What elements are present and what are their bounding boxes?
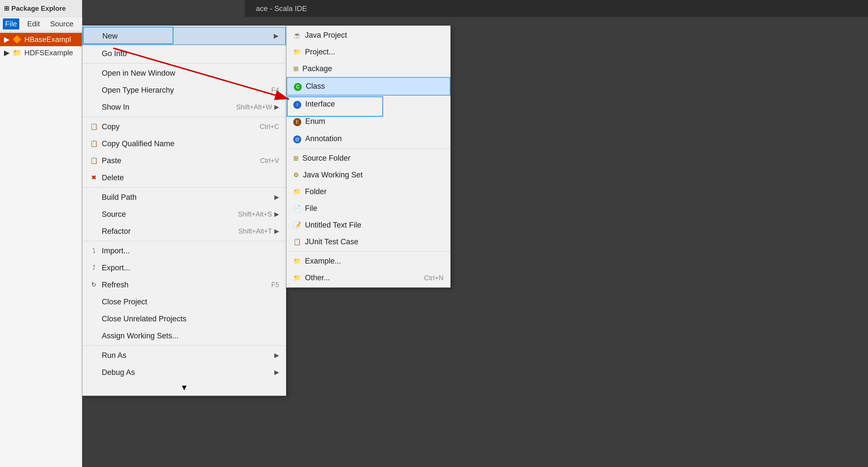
other-icon: 📁 — [293, 274, 301, 282]
refactor-shortcut: Shift+Alt+T — [238, 227, 272, 235]
ctx-paste[interactable]: 📋 Paste Ctrl+V — [83, 152, 286, 169]
ctx-debug-as-label: Debug As — [102, 368, 135, 377]
ctx-new[interactable]: New ▶ — [83, 27, 286, 45]
menu-file[interactable]: File — [3, 19, 19, 29]
ctx-close-unrelated[interactable]: Close Unrelated Projects — [83, 310, 286, 327]
working-set-icon: ⚙ — [293, 172, 299, 179]
package-icon: ⊞ — [293, 65, 299, 72]
title-text: ace - Scala IDE — [256, 4, 307, 13]
more-arrow-icon: ▼ — [180, 383, 188, 392]
submenu-source-folder[interactable]: ⊞ Source Folder — [286, 150, 450, 167]
build-path-icon — [89, 193, 98, 202]
ctx-export[interactable]: ⤴ Export... — [83, 259, 286, 276]
ctx-build-path-label: Build Path — [102, 193, 136, 202]
ctx-copy[interactable]: 📋 Copy Ctrl+C — [83, 118, 286, 135]
submenu-untitled-text[interactable]: 📝 Untitled Text File — [286, 217, 450, 234]
type-hierarchy-icon — [89, 86, 98, 95]
run-as-arrow: ▶ — [274, 352, 279, 359]
ctx-assign-working-sets-label: Assign Working Sets... — [102, 332, 179, 340]
project-icon: 📁 — [293, 49, 301, 56]
ctx-close-project-label: Close Project — [102, 298, 147, 306]
refactor-icon — [89, 227, 98, 236]
ctx-open-type-hierarchy[interactable]: Open Type Hierarchy F4 — [83, 82, 286, 99]
junit-icon: 📋 — [293, 238, 301, 246]
ctx-copy-label: Copy — [102, 122, 120, 131]
ctx-run-as-label: Run As — [102, 351, 126, 360]
debug-as-icon — [89, 368, 98, 377]
separator-4 — [83, 241, 286, 241]
ctx-debug-as[interactable]: Debug As ▶ — [83, 364, 286, 381]
submenu-java-project[interactable]: ☕ Java Project — [286, 27, 450, 44]
paste-shortcut: Ctrl+V — [260, 157, 279, 165]
submenu-java-working-set[interactable]: ⚙ Java Working Set — [286, 167, 450, 183]
refactor-arrow: ▶ — [274, 227, 279, 235]
close-project-icon — [89, 297, 98, 306]
menu-source[interactable]: Source — [48, 19, 76, 29]
ctx-delete[interactable]: ✖ Delete — [83, 169, 286, 186]
ctx-go-into[interactable]: Go Into — [83, 45, 286, 62]
ctx-open-new-window[interactable]: Open in New Window — [83, 65, 286, 82]
separator-3 — [83, 187, 286, 188]
ctx-new-label: New — [102, 32, 118, 40]
hbase-expand-icon: ▶ — [4, 35, 10, 44]
menu-bar: File Edit Source — [0, 17, 82, 31]
submenu-junit-test[interactable]: 📋 JUnit Test Case — [286, 234, 450, 250]
submenu-sep-2 — [286, 251, 450, 252]
copy-shortcut: Ctrl+C — [259, 123, 279, 131]
hbase-project-icon: 🔶 — [12, 35, 22, 44]
ctx-more-arrow[interactable]: ▼ — [83, 381, 286, 395]
enum-label: Enum — [305, 117, 325, 126]
ctx-refresh[interactable]: ↻ Refresh F5 — [83, 276, 286, 293]
sidebar-item-hdfs[interactable]: ▶ 📁 HDFSExample — [0, 46, 82, 60]
source-arrow: ▶ — [274, 211, 279, 218]
submenu-package[interactable]: ⊞ Package — [286, 60, 450, 77]
build-path-arrow: ▶ — [274, 193, 279, 201]
delete-icon: ✖ — [89, 173, 98, 182]
ctx-source[interactable]: Source Shift+Alt+S ▶ — [83, 206, 286, 223]
submenu-sep-1 — [286, 149, 450, 149]
submenu-annotation[interactable]: @ Annotation — [286, 130, 450, 147]
submenu-other[interactable]: 📁 Other... Ctrl+N — [286, 270, 450, 286]
copy-qualified-icon: 📋 — [89, 139, 98, 148]
example-label: Example... — [305, 257, 341, 266]
ctx-copy-qualified[interactable]: 📋 Copy Qualified Name — [83, 135, 286, 152]
refresh-shortcut: F5 — [271, 281, 279, 289]
ctx-import-label: Import... — [102, 247, 130, 255]
package-label: Package — [302, 64, 332, 73]
submenu-class[interactable]: C Class — [286, 77, 450, 95]
ctx-import[interactable]: ⤵ Import... — [83, 242, 286, 259]
untitled-text-label: Untitled Text File — [305, 221, 361, 229]
text-file-icon: 📝 — [293, 222, 301, 229]
ctx-run-as[interactable]: Run As ▶ — [83, 347, 286, 364]
submenu-folder[interactable]: 📁 Folder — [286, 183, 450, 200]
separator-2 — [83, 117, 286, 117]
submenu-interface[interactable]: I Interface — [286, 95, 450, 113]
sidebar-item-hbase[interactable]: ▶ 🔶 HBaseExampl — [0, 33, 82, 46]
annotation-icon: @ — [293, 134, 301, 144]
assign-working-sets-icon — [89, 331, 98, 340]
ctx-open-new-window-label: Open in New Window — [102, 69, 176, 77]
open-window-icon — [89, 69, 98, 77]
submenu-enum[interactable]: E Enum — [286, 113, 450, 130]
package-explorer-icon: ⊞ — [4, 5, 9, 12]
refresh-icon: ↻ — [89, 280, 98, 289]
separator-5 — [83, 345, 286, 346]
submenu-file[interactable]: 📄 File — [286, 200, 450, 217]
ctx-show-in[interactable]: Show In Shift+Alt+W ▶ — [83, 99, 286, 116]
new-icon — [90, 31, 99, 40]
run-as-icon — [89, 351, 98, 360]
ctx-build-path[interactable]: Build Path ▶ — [83, 189, 286, 206]
ctx-refactor[interactable]: Refactor Shift+Alt+T ▶ — [83, 223, 286, 240]
menu-edit[interactable]: Edit — [25, 19, 42, 29]
source-shortcut: Shift+Alt+S — [238, 210, 272, 218]
go-into-icon — [89, 49, 98, 58]
new-arrow: ▶ — [274, 32, 279, 40]
ctx-copy-qualified-label: Copy Qualified Name — [102, 139, 175, 148]
source-folder-icon: ⊞ — [293, 155, 299, 162]
title-bar: ace - Scala IDE — [245, 0, 868, 17]
ctx-close-project[interactable]: Close Project — [83, 293, 286, 310]
project-label: Project... — [305, 48, 335, 56]
submenu-project[interactable]: 📁 Project... — [286, 44, 450, 60]
submenu-example[interactable]: 📁 Example... — [286, 253, 450, 270]
ctx-assign-working-sets[interactable]: Assign Working Sets... — [83, 327, 286, 344]
